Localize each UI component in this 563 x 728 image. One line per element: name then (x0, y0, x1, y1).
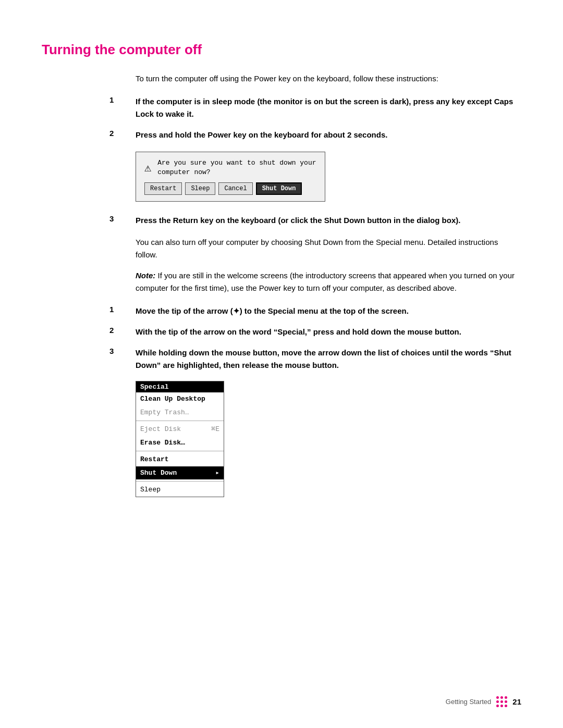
shutdown-button[interactable]: Shut Down (256, 182, 302, 195)
note-label: Note: (136, 271, 155, 280)
footer-dot (505, 705, 507, 707)
special-menu: Special Clean Up Desktop Empty Trash… Ej… (136, 381, 224, 497)
menu-divider-2 (136, 451, 224, 451)
step2-1-text: Move the tip of the arrow (✦) to the Spe… (136, 305, 521, 317)
step-3-row: 3 Press the Return key on the keyboard (… (136, 214, 521, 227)
cursor-arrow-icon: ▸ (215, 468, 219, 478)
dialog-message: Are you sure you want to shut down your … (157, 158, 316, 177)
dialog-header: ⚠ Are you sure you want to shut down you… (144, 158, 316, 177)
body-text-1: You can also turn off your computer by c… (136, 236, 521, 261)
sleep-button[interactable]: Sleep (185, 182, 215, 195)
menu-item-sleep: Sleep (136, 483, 224, 497)
menu-item-cleanup: Clean Up Desktop (136, 392, 224, 406)
warning-icon: ⚠ (144, 161, 151, 175)
step2-2-number: 2 (109, 326, 130, 335)
menu-item-erasedisk: Erase Disk… (136, 436, 224, 450)
note-body: If you are still in the welcome screens … (136, 271, 515, 292)
menu-divider-3 (136, 481, 224, 482)
step2-2-row: 2 With the tip of the arrow on the word … (136, 326, 521, 338)
footer-page-number: 21 (512, 697, 521, 706)
footer: Getting Started 21 (446, 696, 521, 707)
step2-3-row: 3 While holding down the mouse button, m… (136, 347, 521, 372)
page: Turning the computer off To turn the com… (0, 0, 563, 541)
dialog-buttons: Restart Sleep Cancel Shut Down (144, 182, 316, 195)
step2-3-text: While holding down the mouse button, mov… (136, 347, 521, 372)
menu-title: Special (136, 381, 224, 392)
note-paragraph: Note: If you are still in the welcome sc… (136, 269, 521, 294)
step2-1-row: 1 Move the tip of the arrow (✦) to the S… (136, 305, 521, 317)
page-title: Turning the computer off (42, 42, 521, 58)
step-2-number: 2 (109, 129, 130, 138)
footer-dot (505, 700, 507, 703)
step-1-number: 1 (109, 95, 130, 104)
dialog-container: ⚠ Are you sure you want to shut down you… (136, 152, 521, 202)
step-2-row: 2 Press and hold the Power key on the ke… (136, 129, 521, 141)
footer-dot (505, 696, 507, 699)
menu-item-restart: Restart (136, 453, 224, 466)
footer-dot (496, 705, 499, 707)
step-3-text: Press the Return key on the keyboard (or… (136, 214, 521, 227)
dialog-box: ⚠ Are you sure you want to shut down you… (136, 152, 325, 202)
footer-dot (500, 700, 503, 703)
intro-text: To turn the computer off using the Power… (136, 72, 521, 85)
content-area: To turn the computer off using the Power… (136, 72, 521, 497)
menu-item-shutdown: Shut Down ▸ (136, 466, 224, 480)
step2-3-number: 3 (109, 347, 130, 355)
menu-divider-1 (136, 421, 224, 421)
step-3-number: 3 (109, 214, 130, 223)
step2-2-text: With the tip of the arrow on the word “S… (136, 326, 521, 338)
step2-1-number: 1 (109, 305, 130, 314)
step-1-row: 1 If the computer is in sleep mode (the … (136, 95, 521, 120)
cancel-button[interactable]: Cancel (218, 182, 252, 195)
footer-dot (496, 696, 499, 699)
step-2-text: Press and hold the Power key on the keyb… (136, 129, 521, 141)
restart-button[interactable]: Restart (144, 182, 182, 195)
footer-dots-icon (496, 696, 507, 707)
menu-item-ejectdisk: Eject Disk ⌘E (136, 423, 224, 436)
footer-section-label: Getting Started (446, 698, 491, 706)
footer-dot (500, 696, 503, 699)
menu-item-emptytrash: Empty Trash… (136, 406, 224, 419)
menu-container: Special Clean Up Desktop Empty Trash… Ej… (136, 381, 521, 497)
footer-dot (496, 700, 499, 703)
step-1-text: If the computer is in sleep mode (the mo… (136, 95, 521, 120)
footer-dot (500, 705, 503, 707)
